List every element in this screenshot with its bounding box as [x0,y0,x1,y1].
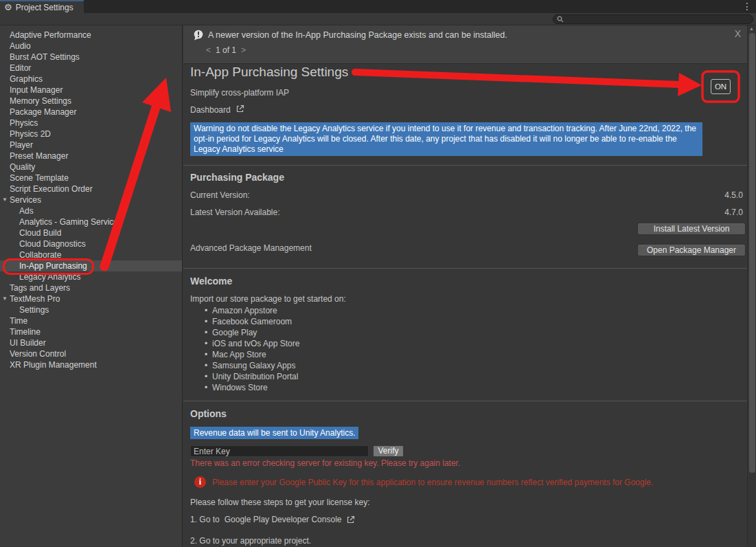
external-link-icon[interactable] [346,515,355,524]
google-play-console-link[interactable]: Google Play Developer Console [225,515,342,524]
current-version-label: Current Version: [190,190,250,200]
verify-button[interactable]: Verify [373,445,404,457]
license-step-1: 1. Go to Google Play Developer Console [190,515,355,524]
sidebar-item-services[interactable]: ▼ Services [0,194,182,205]
current-version-row: Current Version: 4.5.0 [190,190,743,200]
error-info-icon: i [194,476,206,488]
sidebar-item-editor[interactable]: ▼ Editor [0,63,182,74]
store-item-unity-distribution-portal: Unity Distribution Portal [203,371,299,382]
tab-project-settings[interactable]: ⚙ Project Settings [0,0,84,13]
toolbar [0,13,756,25]
store-list: Amazon Appstore Facebook Gameroom Google… [203,305,299,393]
project-settings-window: ⚙ Project Settings ⋮ ▼ Adaptive Performa… [0,0,756,547]
foldout-triangle-icon[interactable]: ▼ [2,293,8,304]
store-item-samsung-galaxy-apps: Samsung Galaxy Apps [203,360,299,371]
sidebar-item-burst-aot-settings[interactable]: ▼ Burst AOT Settings [0,52,182,63]
foldout-triangle-icon[interactable]: ▼ [2,194,8,205]
kebab-menu-icon[interactable]: ⋮ [742,1,752,12]
search-icon [557,16,564,23]
sidebar-item-cloud-build[interactable]: ▼ Cloud Build [0,227,182,238]
sidebar-item-textmesh-pro[interactable]: ▼ TextMesh Pro [0,293,182,304]
install-latest-version-button[interactable]: Install Latest Version [637,223,746,235]
current-version-value: 4.5.0 [724,190,743,200]
title-bar: ⚙ Project Settings ⋮ [0,0,756,13]
open-package-manager-button[interactable]: Open Package Manager [637,244,746,256]
pager-label: 1 of 1 [216,45,236,55]
sidebar-item-script-execution-order[interactable]: ▼ Script Execution Order [0,183,182,194]
sidebar-item-in-app-purchasing[interactable]: ▼ In-App Purchasing [0,260,182,271]
sidebar-item-xr-plugin-management[interactable]: ▼ XR Plugin Management [0,359,182,370]
options-heading: Options [190,408,227,419]
sidebar-item-input-manager[interactable]: ▼ Input Manager [0,85,182,96]
sidebar-item-memory-settings[interactable]: ▼ Memory Settings [0,96,182,107]
sidebar-item-preset-manager[interactable]: ▼ Preset Manager [0,150,182,161]
store-item-facebook-gameroom: Facebook Gameroom [203,316,299,327]
sidebar-item-graphics[interactable]: ▼ Graphics [0,74,182,85]
advanced-package-management-label: Advanced Package Management [190,243,312,253]
store-item-mac-app-store: Mac App Store [203,349,299,360]
store-item-amazon-appstore: Amazon Appstore [203,305,299,316]
sidebar-item-package-manager[interactable]: ▼ Package Manager [0,107,182,118]
latest-version-row: Latest Version Available: 4.7.0 [190,208,743,217]
banner-pager: < 1 of 1 > [206,45,246,55]
welcome-intro: Import our store package to get started … [190,294,346,304]
sidebar-item-scene-template[interactable]: ▼ Scene Template [0,172,182,183]
purchasing-package-heading: Purchasing Package [190,172,284,183]
sidebar-item-cloud-diagnostics[interactable]: ▼ Cloud Diagnostics [0,238,182,249]
sidebar-item-physics[interactable]: ▼ Physics [0,118,182,129]
page-title: In-App Purchasing Settings [190,65,348,80]
google-key-input[interactable] [190,445,369,457]
sidebar-item-collaborate[interactable]: ▼ Collaborate [0,249,182,260]
banner-message: A newer version of the In-App Purchasing… [208,30,507,40]
sidebar-item-timeline[interactable]: ▼ Timeline [0,326,182,337]
simplify-iap-label: Simplify cross-platform IAP [190,88,289,98]
sidebar-item-analytics-gaming-services[interactable]: ▼ Analytics - Gaming Services [0,216,182,227]
revenue-note-badge: Revenue data will be sent to Unity Analy… [190,427,358,439]
sidebar-item-audio[interactable]: ▼ Audio [0,41,182,52]
gear-icon: ⚙ [4,3,12,12]
google-key-note: Please enter your Google Public Key for … [212,476,653,487]
license-step-2: 2. Go to your appropriate project. [190,536,311,546]
latest-version-value: 4.7.0 [724,208,743,217]
notification-banner: A newer version of the In-App Purchasing… [183,25,747,64]
banner-close-button[interactable]: X [735,28,741,39]
body-area: ▼ Adaptive Performance ▼ Audio ▼ Burst A… [0,25,756,547]
sidebar-item-physics-2d[interactable]: ▼ Physics 2D [0,129,182,139]
sidebar-item-ads[interactable]: ▼ Ads [0,205,182,216]
section-divider [183,401,747,401]
latest-version-label: Latest Version Available: [190,208,280,217]
dashboard-label: Dashboard [190,105,231,115]
sidebar-item-ui-builder[interactable]: ▼ UI Builder [0,337,182,348]
scroll-up-icon[interactable]: ▲ [749,26,754,31]
sidebar-item-player[interactable]: ▼ Player [0,139,182,150]
console-info-icon [193,30,204,43]
google-key-note-row: i Please enter your Google Public Key fo… [194,476,653,488]
step1-prefix: 1. Go to [190,515,220,524]
store-item-windows-store: Windows Store [203,382,299,393]
sidebar-item-tags-and-layers[interactable]: ▼ Tags and Layers [0,282,182,293]
pager-prev-button[interactable]: < [206,45,211,55]
store-item-ios-and-tvos-app-store: iOS and tvOs App Store [203,338,299,349]
service-on-toggle[interactable]: ON [711,79,731,94]
section-divider [183,165,747,166]
search-input[interactable] [566,15,749,23]
sidebar-item-adaptive-performance[interactable]: ▼ Adaptive Performance [0,30,182,41]
key-check-error-text: There was an error checking server for e… [190,458,460,468]
license-steps-intro: Please follow these steps to get your li… [190,498,369,507]
scrollbar-thumb[interactable] [749,33,755,473]
vertical-scrollbar[interactable]: ▲ [747,25,756,547]
sidebar-item-settings[interactable]: ▼ Settings [0,304,182,315]
sidebar-item-legacy-analytics[interactable]: ▼ Legacy Analytics [0,271,182,282]
settings-sidebar: ▼ Adaptive Performance ▼ Audio ▼ Burst A… [0,25,183,547]
section-divider [183,268,747,269]
sidebar-item-quality[interactable]: ▼ Quality [0,161,182,172]
sidebar-item-version-control[interactable]: ▼ Version Control [0,348,182,359]
sidebar-item-time[interactable]: ▼ Time [0,315,182,326]
search-box[interactable] [553,14,753,24]
dashboard-link[interactable]: Dashboard [190,104,244,115]
pager-next-button[interactable]: > [241,45,246,55]
window-title: Project Settings [16,3,73,12]
in-app-purchasing-panel: A newer version of the In-App Purchasing… [183,25,747,547]
external-link-icon [236,104,244,115]
welcome-heading: Welcome [190,276,232,287]
